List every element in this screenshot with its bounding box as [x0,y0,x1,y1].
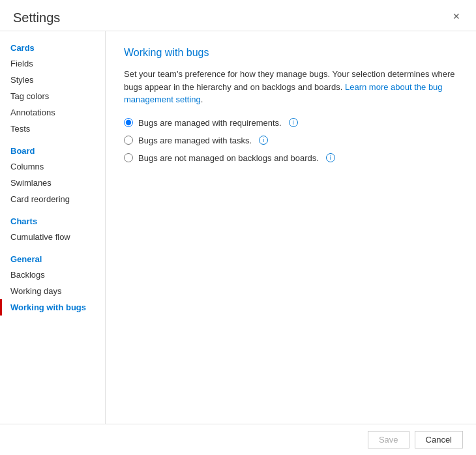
sidebar-section-cards: Cards [0,37,105,55]
description-text-2: . [201,95,203,104]
sidebar-item-card-reordering[interactable]: Card reordering [0,191,105,207]
content-description: Set your team's preference for how they … [124,68,458,106]
sidebar-section-board: Board [0,139,105,158]
sidebar-item-fields[interactable]: Fields [0,55,105,72]
info-icon-not-managed[interactable]: i [326,153,335,162]
radio-option-requirements[interactable]: Bugs are managed with requirements. i [124,118,458,128]
sidebar-item-tests[interactable]: Tests [0,121,105,137]
radio-requirements[interactable] [124,118,133,127]
content-title: Working with bugs [124,47,458,59]
content-area: Working with bugs Set your team's prefer… [106,31,476,424]
dialog-title: Settings [13,10,60,25]
sidebar-item-swimlanes[interactable]: Swimlanes [0,175,105,191]
sidebar-item-columns[interactable]: Columns [0,158,105,175]
dialog-footer: Save Cancel [0,424,476,455]
sidebar-item-tag-colors[interactable]: Tag colors [0,88,105,104]
radio-option-not-managed[interactable]: Bugs are not managed on backlogs and boa… [124,153,458,163]
dialog-header: Settings ✕ [0,0,476,31]
close-button[interactable]: ✕ [450,10,463,22]
sidebar-section-general: General [0,248,105,267]
sidebar-item-styles[interactable]: Styles [0,72,105,88]
sidebar: Cards Fields Styles Tag colors Annotatio… [0,31,106,424]
settings-dialog: Settings ✕ Cards Fields Styles Tag color… [0,0,476,455]
radio-option-tasks[interactable]: Bugs are managed with tasks. i [124,136,458,145]
radio-tasks[interactable] [124,136,133,145]
radio-not-managed-label: Bugs are not managed on backlogs and boa… [138,153,319,163]
radio-group: Bugs are managed with requirements. i Bu… [124,118,458,163]
dialog-body: Cards Fields Styles Tag colors Annotatio… [0,31,476,424]
sidebar-item-annotations[interactable]: Annotations [0,104,105,121]
close-icon: ✕ [453,11,460,22]
radio-tasks-label: Bugs are managed with tasks. [138,136,252,145]
save-button[interactable]: Save [368,431,409,448]
sidebar-section-charts: Charts [0,210,105,229]
cancel-button[interactable]: Cancel [415,431,463,448]
sidebar-item-working-days[interactable]: Working days [0,283,105,299]
radio-requirements-label: Bugs are managed with requirements. [138,118,282,128]
sidebar-item-cumulative-flow[interactable]: Cumulative flow [0,229,105,245]
info-icon-tasks[interactable]: i [259,136,268,145]
sidebar-item-working-with-bugs[interactable]: Working with bugs [0,299,105,316]
sidebar-item-backlogs[interactable]: Backlogs [0,267,105,283]
radio-not-managed[interactable] [124,153,133,162]
info-icon-requirements[interactable]: i [289,118,298,127]
